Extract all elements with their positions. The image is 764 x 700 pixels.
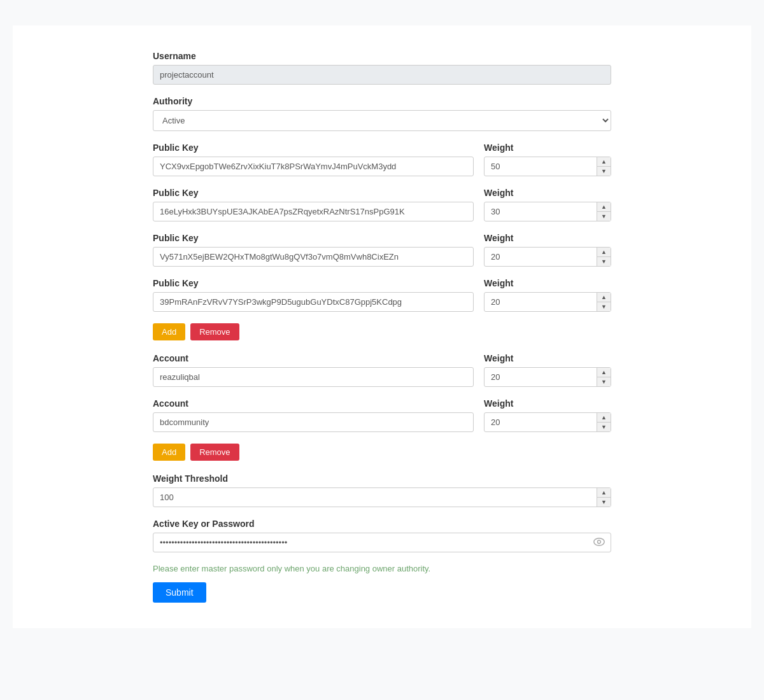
weight-threshold-input[interactable] — [153, 487, 611, 507]
account-weight-spinner-2: ▲ ▼ — [484, 412, 611, 432]
weight-threshold-spinner: ▲ ▼ — [153, 487, 611, 507]
weight-threshold-label: Weight Threshold — [153, 473, 611, 484]
spinner-up-1[interactable]: ▲ — [597, 157, 611, 167]
account-spinner-up-2[interactable]: ▲ — [597, 413, 611, 423]
account-add-button[interactable]: Add — [153, 444, 185, 461]
account-spinner-down-2[interactable]: ▼ — [597, 423, 611, 431]
account-input-2[interactable] — [153, 412, 474, 432]
authority-label: Authority — [153, 96, 611, 106]
account-btn-row: Add Remove — [153, 444, 611, 461]
pubkey-add-button[interactable]: Add — [153, 323, 185, 340]
pubkey-col-1: Public Key — [153, 143, 474, 176]
pubkey-label-1: Public Key — [153, 143, 474, 153]
spinner-down-3[interactable]: ▼ — [597, 257, 611, 266]
threshold-spinner-up[interactable]: ▲ — [597, 488, 611, 498]
account-spinner-up-1[interactable]: ▲ — [597, 368, 611, 377]
weight-spinner-3: ▲ ▼ — [484, 247, 611, 267]
spinner-up-2[interactable]: ▲ — [597, 202, 611, 212]
submit-row: Submit — [153, 582, 611, 603]
account-input-1[interactable] — [153, 367, 474, 387]
account-spinner-btns-1: ▲ ▼ — [597, 368, 611, 386]
account-col-2: Account — [153, 398, 474, 432]
pubkey-row-2: Public Key Weight ▲ ▼ — [153, 188, 611, 221]
weight-col-1: Weight ▲ ▼ — [484, 143, 611, 176]
account-row-2: Account Weight ▲ ▼ — [153, 398, 611, 432]
pubkey-remove-button[interactable]: Remove — [190, 323, 239, 340]
active-key-label: Active Key or Password — [153, 519, 611, 529]
weight-label-3: Weight — [484, 233, 611, 243]
weight-col-3: Weight ▲ ▼ — [484, 233, 611, 267]
account-weight-label-1: Weight — [484, 353, 611, 363]
pubkey-btn-row: Add Remove — [153, 323, 611, 340]
spinner-up-4[interactable]: ▲ — [597, 293, 611, 302]
submit-button[interactable]: Submit — [153, 582, 206, 603]
svg-point-1 — [598, 540, 601, 543]
account-weight-spinner-1: ▲ ▼ — [484, 367, 611, 387]
account-weight-label-2: Weight — [484, 398, 611, 409]
account-spinner-btns-2: ▲ ▼ — [597, 413, 611, 431]
password-wrapper — [153, 533, 611, 552]
spinner-btns-2: ▲ ▼ — [597, 202, 611, 221]
pubkey-col-4: Public Key — [153, 278, 474, 312]
account-weight-input-2[interactable] — [484, 412, 611, 432]
pubkey-input-1[interactable] — [153, 157, 474, 176]
pubkey-col-3: Public Key — [153, 233, 474, 267]
spinner-down-2[interactable]: ▼ — [597, 212, 611, 221]
username-group: Username — [153, 51, 611, 85]
account-weight-col-2: Weight ▲ ▼ — [484, 398, 611, 432]
authority-group: Authority Active Owner Posting — [153, 96, 611, 131]
weight-label-1: Weight — [484, 143, 611, 153]
account-spinner-down-1[interactable]: ▼ — [597, 377, 611, 386]
pubkey-label-4: Public Key — [153, 278, 474, 288]
weight-input-2[interactable] — [484, 202, 611, 221]
account-label-2: Account — [153, 398, 474, 409]
username-input — [153, 65, 611, 85]
active-key-group: Active Key or Password — [153, 519, 611, 552]
pubkey-col-2: Public Key — [153, 188, 474, 221]
username-label: Username — [153, 51, 611, 61]
weight-label-2: Weight — [484, 188, 611, 198]
spinner-down-1[interactable]: ▼ — [597, 167, 611, 176]
pubkey-input-2[interactable] — [153, 202, 474, 221]
weight-threshold-group: Weight Threshold ▲ ▼ — [153, 473, 611, 507]
weight-input-4[interactable] — [484, 292, 611, 312]
authority-select[interactable]: Active Owner Posting — [153, 110, 611, 131]
account-remove-button[interactable]: Remove — [190, 444, 239, 461]
eye-icon[interactable] — [593, 537, 605, 548]
account-col-1: Account — [153, 353, 474, 387]
svg-point-0 — [594, 538, 604, 545]
spinner-btns-4: ▲ ▼ — [597, 293, 611, 311]
weight-col-2: Weight ▲ ▼ — [484, 188, 611, 221]
spinner-up-3[interactable]: ▲ — [597, 248, 611, 257]
pubkey-label-2: Public Key — [153, 188, 474, 198]
weight-spinner-1: ▲ ▼ — [484, 157, 611, 176]
account-label-1: Account — [153, 353, 474, 363]
weight-spinner-4: ▲ ▼ — [484, 292, 611, 312]
spinner-down-4[interactable]: ▼ — [597, 302, 611, 311]
pubkey-row-3: Public Key Weight ▲ ▼ — [153, 233, 611, 267]
account-weight-input-1[interactable] — [484, 367, 611, 387]
spinner-btns-1: ▲ ▼ — [597, 157, 611, 176]
hint-text: Please enter master password only when y… — [153, 564, 611, 573]
spinner-btns-3: ▲ ▼ — [597, 248, 611, 266]
weight-label-4: Weight — [484, 278, 611, 288]
account-weight-col-1: Weight ▲ ▼ — [484, 353, 611, 387]
weight-col-4: Weight ▲ ▼ — [484, 278, 611, 312]
weight-input-3[interactable] — [484, 247, 611, 267]
pubkey-row-1: Public Key Weight ▲ ▼ — [153, 143, 611, 176]
active-key-input[interactable] — [153, 533, 611, 552]
weight-spinner-2: ▲ ▼ — [484, 202, 611, 221]
threshold-spinner-down[interactable]: ▼ — [597, 498, 611, 507]
pubkey-row-4: Public Key Weight ▲ ▼ — [153, 278, 611, 312]
weight-input-1[interactable] — [484, 157, 611, 176]
pubkey-input-4[interactable] — [153, 292, 474, 312]
account-row-1: Account Weight ▲ ▼ — [153, 353, 611, 387]
pubkey-input-3[interactable] — [153, 247, 474, 267]
pubkey-label-3: Public Key — [153, 233, 474, 243]
threshold-spinner-btns: ▲ ▼ — [597, 488, 611, 507]
